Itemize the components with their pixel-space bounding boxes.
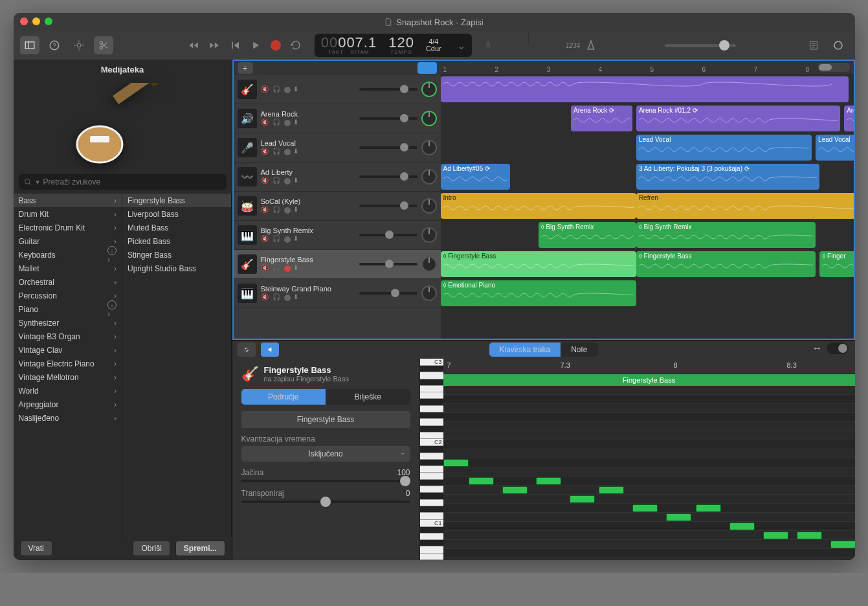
solo-icon[interactable]: 🎧 (273, 85, 282, 95)
timeline[interactable]: 12345678 Arena Rock ⟳Arena Rock #01,2 ⟳A… (441, 61, 854, 339)
track-volume-slider[interactable] (359, 292, 417, 295)
track-header[interactable]: 🎹 Big Synth Remix 🔇 🎧 ⬇ (234, 221, 441, 250)
rewind-button[interactable] (188, 39, 199, 51)
record-enable-icon[interactable] (284, 87, 291, 93)
add-track-button[interactable]: + (238, 62, 253, 74)
editor-catch-button[interactable] (261, 342, 279, 357)
region[interactable]: Arena Rock #01,2 ⟳ (636, 106, 840, 131)
midi-note[interactable] (830, 541, 855, 548)
input-monitor-icon[interactable]: ⬇ (293, 293, 302, 302)
track-volume-slider[interactable] (359, 146, 417, 149)
piano-roll[interactable]: 77.388.3 Fingerstyle Bass (443, 359, 855, 560)
forward-button[interactable] (208, 39, 220, 51)
input-monitor-icon[interactable]: ⬇ (293, 264, 302, 273)
library-category-item[interactable]: Vintage Electric Piano› (14, 357, 122, 370)
midi-note[interactable] (763, 532, 788, 539)
lcd-key[interactable]: Cdur (426, 45, 441, 52)
tab-notes[interactable]: Bilješke (326, 389, 410, 405)
solo-icon[interactable]: 🎧 (273, 235, 282, 244)
close-window-icon[interactable] (20, 17, 28, 25)
library-category-item[interactable]: Naslijeđeno› (14, 411, 122, 425)
editor-view-tabs[interactable]: Klavirska traka Note (489, 342, 597, 357)
piano-roll-grid[interactable] (443, 386, 855, 560)
region[interactable]: ◊ Big Synth Remix (539, 222, 636, 248)
library-col-presets[interactable]: Fingerstyle BassLiverpool BassMuted Bass… (122, 194, 232, 537)
input-monitor-icon[interactable]: ⬇ (293, 177, 302, 186)
input-monitor-icon[interactable]: ⬇ (293, 235, 302, 244)
record-enable-icon[interactable] (284, 178, 291, 185)
master-volume-slider[interactable] (665, 44, 736, 47)
track-header[interactable]: 🎸 🔇 🎧 ⬇ (234, 75, 441, 104)
record-button[interactable] (271, 40, 281, 50)
track-pan-knob[interactable] (421, 111, 437, 126)
tab-region[interactable]: Područje (241, 389, 326, 405)
lcd-tempo[interactable]: 120 (388, 36, 414, 50)
library-category-item[interactable]: Synthesizer› (14, 316, 122, 330)
track-pan-knob[interactable] (421, 169, 437, 185)
midi-note[interactable] (502, 486, 528, 494)
region[interactable]: Arena Rock ⟳ (571, 106, 632, 131)
library-preset-item[interactable]: Stinger Bass (122, 248, 231, 262)
track-header[interactable]: 🔊 Arena Rock 🔇 🎧 ⬇ (234, 104, 441, 133)
region[interactable]: Lead Vocal (636, 135, 812, 161)
midi-note[interactable] (797, 532, 822, 539)
track-volume-slider[interactable] (359, 234, 417, 236)
region[interactable]: 3 Ad Liberty: Pokušaj 3 (3 pokušaja) ⟳ (636, 164, 820, 190)
library-preset-item[interactable]: Liverpool Bass (122, 207, 231, 221)
solo-icon[interactable]: 🎧 (273, 148, 282, 157)
library-category-item[interactable]: Vintage Mellotron› (14, 370, 122, 384)
track-header-config-button[interactable] (417, 62, 437, 74)
piano-roll-ruler[interactable]: 77.388.3 (443, 359, 855, 374)
record-enable-icon[interactable] (284, 120, 291, 126)
editors-button[interactable] (94, 36, 113, 54)
transpose-value[interactable]: 0 (406, 489, 410, 498)
midi-note[interactable] (536, 477, 561, 485)
play-button[interactable] (250, 39, 262, 51)
cycle-button[interactable] (290, 39, 302, 51)
record-enable-icon[interactable] (284, 265, 291, 272)
input-monitor-icon[interactable]: ⬇ (293, 118, 302, 128)
notepad-button[interactable] (804, 36, 823, 54)
piano-roll-region-header[interactable]: Fingerstyle Bass (443, 374, 855, 386)
library-category-item[interactable]: Arpeggiator› (14, 398, 122, 411)
region[interactable]: Intro (441, 193, 636, 219)
mute-icon[interactable]: 🔇 (261, 206, 270, 215)
library-category-item[interactable]: Keyboards↓ › (14, 248, 122, 262)
library-preset-item[interactable]: Fingerstyle Bass (122, 194, 231, 207)
mute-icon[interactable]: 🔇 (261, 85, 270, 95)
region[interactable]: Ad Liberty#05 ⟳ (441, 164, 510, 190)
track-pan-knob[interactable] (421, 198, 437, 214)
track-pan-knob[interactable] (421, 82, 437, 97)
library-preset-item[interactable]: Upright Studio Bass (122, 262, 231, 275)
track-header[interactable]: 🥁 SoCal (Kyle) 🔇 🎧 ⬇ (234, 192, 441, 221)
solo-icon[interactable]: 🎧 (273, 293, 282, 302)
region[interactable]: ◊ Fingerstyle Bass (636, 251, 816, 277)
mute-icon[interactable]: 🔇 (261, 235, 270, 244)
library-category-item[interactable]: Electronic Drum Kit› (14, 221, 122, 234)
region[interactable]: Refren (636, 193, 854, 219)
track-pan-knob[interactable] (421, 256, 437, 272)
track-volume-slider[interactable] (359, 117, 417, 120)
bar-ruler[interactable]: 12345678 (441, 61, 854, 75)
solo-icon[interactable]: 🎧 (273, 264, 282, 273)
track-pan-knob[interactable] (421, 286, 437, 301)
library-category-item[interactable]: Drum Kit› (14, 207, 122, 221)
quick-help-button[interactable]: ? (45, 36, 64, 54)
track-header[interactable]: 🎸 Fingerstyle Bass 🔇 🎧 ⬇ (234, 250, 441, 279)
save-button[interactable]: Spremi... (175, 541, 225, 556)
region[interactable]: Lead Vocal (816, 135, 853, 161)
midi-note[interactable] (729, 522, 755, 530)
region[interactable]: ◊ Big Synth Remix (636, 222, 816, 248)
editor-link-button[interactable] (238, 342, 256, 357)
tab-piano-roll[interactable]: Klavirska traka (489, 342, 561, 357)
strength-slider[interactable] (241, 480, 410, 482)
track-pan-knob[interactable] (421, 227, 437, 243)
mute-icon[interactable]: 🔇 (261, 177, 270, 186)
track-header[interactable]: 〰️ Ad Liberty 🔇 🎧 ⬇ (234, 163, 441, 192)
input-monitor-icon[interactable]: ⬇ (293, 206, 302, 215)
lcd-menu-chevron-icon[interactable]: ⌄ (457, 39, 465, 52)
solo-icon[interactable]: 🎧 (273, 177, 282, 186)
library-preset-item[interactable]: Muted Bass (122, 221, 231, 234)
transpose-slider[interactable] (241, 500, 410, 503)
revert-button[interactable]: Vrati (20, 541, 52, 556)
